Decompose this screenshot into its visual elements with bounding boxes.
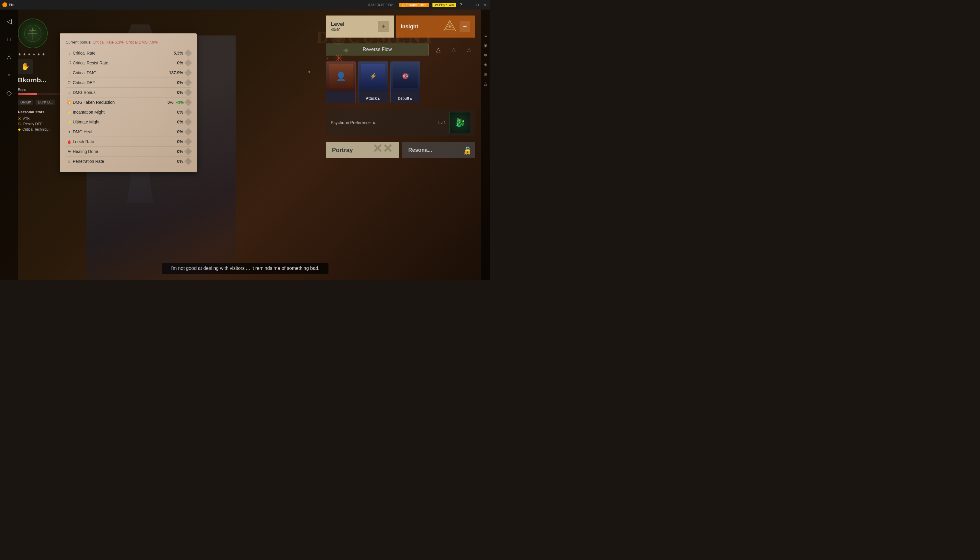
bonus-line: Current bonus: Critical Rate 5.3%, Criti…	[66, 39, 191, 45]
crit-tech-label: Critical Techniqu...	[22, 127, 52, 132]
ultimate-value: 0%	[177, 120, 183, 124]
penetration-value: 0%	[177, 159, 183, 164]
stat-row-dmg-taken: 💥 DMG Taken Reduction 0% +3% ?	[66, 98, 191, 107]
resonance-next-button[interactable]: △	[463, 43, 475, 55]
critical-def-icon: 🛡	[66, 80, 73, 85]
healing-name: Healing Done	[73, 149, 177, 154]
close-button[interactable]: ✕	[482, 3, 488, 7]
skill-card-1-figure-icon: 👤	[336, 71, 346, 81]
critical-resist-help[interactable]: ?	[184, 59, 192, 67]
insight-label: Insight	[401, 23, 440, 30]
level-box: Level 40/40 +	[326, 15, 394, 38]
psychube-name-text: Psychube Preference ▶	[331, 120, 435, 125]
right-icon-6[interactable]: △	[484, 81, 487, 86]
level-label: Level	[331, 21, 376, 27]
game-area: D◉CUMENT ✦ ✦ ✦ ✳ ◁ □ △ ⌖ ◇ ≡ ◉ ⊕ ◈ ⊞ △ ✦	[0, 10, 490, 280]
resonance-mid-button[interactable]: △	[448, 43, 460, 55]
dmg-taken-help[interactable]: ?	[184, 98, 192, 106]
dmg-bonus-value: 0%	[177, 90, 183, 95]
titlebar: Pie 5.13.100.1019 P64 👑 Reward Center 🎮 …	[0, 0, 490, 10]
critical-resist-value: 0%	[177, 60, 183, 65]
dmg-bonus-name: DMG Bonus	[73, 90, 177, 95]
critical-resist-icon: 🛡	[66, 61, 73, 65]
skill-name-box: Reverse Flow	[326, 43, 428, 55]
skill-card-2-figure-icon: ⚡	[370, 72, 377, 80]
skill-card-2-label: Attack▲	[366, 96, 380, 100]
psychube-img: 🐉	[450, 112, 470, 133]
right-icon-1[interactable]: ≡	[484, 33, 487, 38]
leech-icon: 🩸	[66, 140, 73, 144]
right-icon-4[interactable]: ◈	[484, 62, 487, 67]
skill-card-1[interactable]: 👤	[326, 62, 356, 103]
critical-def-name: Critical DEF	[73, 80, 177, 85]
titlebar-controls: 👑 Reward Center 🎮 Play & Win ? ─ □ ✕	[399, 2, 488, 7]
help-icon[interactable]: ?	[460, 2, 462, 7]
resonance-prev-button[interactable]: △	[432, 43, 444, 55]
app-icon	[2, 2, 7, 7]
skill-card-3[interactable]: 🎯 Debuff▲	[390, 62, 420, 103]
home-button[interactable]: □	[3, 33, 15, 45]
app-title: Pie	[9, 3, 368, 7]
atk-icon: ⚔	[18, 117, 21, 121]
tag-burst: Burst D...	[35, 100, 55, 105]
star-2: ✦	[23, 52, 26, 57]
critical-dmg-help[interactable]: ?	[184, 69, 192, 76]
psychube-label: Psychube Preference	[331, 120, 371, 125]
incantation-help[interactable]: ?	[184, 108, 192, 116]
level-info: Level 40/40	[331, 21, 376, 32]
dmg-taken-name: DMG Taken Reduction	[73, 100, 167, 105]
dmg-bonus-icon: ↓	[66, 90, 73, 95]
insight-add-button[interactable]: +	[460, 21, 470, 32]
resonance-box[interactable]: Resona... 🔒 Lv.1	[402, 142, 475, 158]
incantation-icon: ✨	[66, 110, 73, 115]
right-sidebar: ≡ ◉ ⊕ ◈ ⊞ △	[481, 10, 490, 280]
critical-rate-help[interactable]: ?	[184, 49, 192, 57]
nav-icon-warning[interactable]: ◇	[3, 87, 15, 99]
resonance-level-text: Lv.1	[464, 152, 470, 156]
ultimate-help[interactable]: ?	[184, 118, 192, 125]
critical-dmg-value: 137.9%	[169, 70, 183, 75]
stat-row-critical-dmg: ↓ Critical DMG 137.9% ?	[66, 68, 191, 78]
psychube-section[interactable]: Psychube Preference ▶ Lv.1 🐉	[326, 109, 475, 136]
portray-box[interactable]: Portray ✕✕	[326, 142, 399, 158]
level-add-button[interactable]: +	[378, 21, 389, 32]
dmg-heal-help[interactable]: ?	[184, 128, 192, 135]
incantation-value: 0%	[177, 110, 183, 115]
leech-help[interactable]: ?	[184, 138, 192, 145]
stat-row-critical-def: 🛡 Critical DEF 0% ?	[66, 78, 191, 88]
nav-icon-flask[interactable]: ⌖	[3, 69, 15, 81]
dmg-taken-icon: 💥	[66, 100, 73, 105]
penetration-help[interactable]: ?	[184, 157, 192, 165]
skill-cards: 👤 ⚡ Attack▲ 🎯 Debuff▲	[326, 62, 475, 103]
penetration-icon: ⚔	[66, 159, 73, 164]
insight-box: Insight +	[396, 15, 475, 38]
dmg-bonus-help[interactable]: ?	[184, 88, 192, 96]
healing-icon: ❤	[66, 149, 73, 154]
reality-def-icon: 🛡	[18, 122, 22, 126]
right-icon-3[interactable]: ⊕	[484, 52, 487, 57]
bond-bar	[18, 93, 66, 95]
stat-row-leech: 🩸 Leech Rate 0% ?	[66, 137, 191, 147]
back-button[interactable]: ◁	[3, 15, 15, 27]
skill-card-3-label: Debuff▲	[398, 96, 413, 100]
skill-card-2[interactable]: ⚡ Attack▲	[358, 62, 388, 103]
critical-dmg-name: Critical DMG	[73, 70, 169, 75]
nav-icon-eye[interactable]: △	[3, 51, 15, 63]
right-icon-2[interactable]: ◉	[484, 43, 487, 48]
star-3: ✦	[27, 52, 31, 57]
insight-triangle-icon	[442, 19, 457, 34]
reward-center-button[interactable]: 👑 Reward Center	[399, 3, 428, 7]
psychube-arrow-icon: ▶	[373, 121, 376, 125]
minimize-button[interactable]: ─	[468, 3, 473, 7]
stat-row-critical-resist: 🛡 Critical Resist Rate 0% ?	[66, 58, 191, 68]
resonance-label: Resona...	[408, 147, 432, 153]
play-win-button[interactable]: 🎮 Play & Win	[432, 3, 456, 7]
maximize-button[interactable]: □	[475, 3, 480, 7]
critical-def-help[interactable]: ?	[184, 79, 192, 86]
right-icon-5[interactable]: ⊞	[484, 72, 487, 76]
insight-info: Insight	[401, 23, 440, 30]
healing-help[interactable]: ?	[184, 148, 192, 155]
window-controls: ─ □ ✕	[468, 3, 488, 7]
leech-value: 0%	[177, 139, 183, 144]
critical-rate-value: 5.3%	[173, 51, 183, 55]
